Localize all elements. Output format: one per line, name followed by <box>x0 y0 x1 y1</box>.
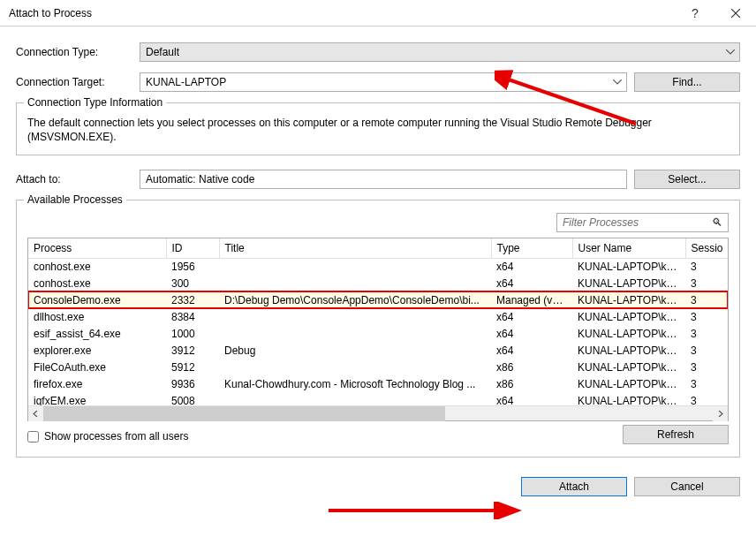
cancel-button[interactable]: Cancel <box>634 477 740 496</box>
search-icon: 🔍︎ <box>712 216 722 229</box>
col-title[interactable]: Title <box>219 238 491 258</box>
cell-type: x86 <box>491 375 572 392</box>
col-session[interactable]: Sessio <box>685 238 728 258</box>
cell-id: 1000 <box>166 325 219 342</box>
cell-id: 9936 <box>166 375 219 392</box>
table-row[interactable]: dllhost.exe8384x64KUNAL-LAPTOP\kunal3 <box>28 308 728 325</box>
show-all-users-checkbox[interactable] <box>27 431 39 442</box>
cell-process: ConsoleDemo.exe <box>28 291 166 308</box>
cell-title <box>219 275 491 291</box>
cell-process: firefox.exe <box>28 375 166 392</box>
cell-type: x64 <box>491 275 572 291</box>
cell-id: 2332 <box>166 291 219 308</box>
table-row[interactable]: conhost.exe1956x64KUNAL-LAPTOP\kunal3 <box>28 258 728 275</box>
connection-type-info-text: The default connection lets you select p… <box>27 116 729 144</box>
cell-session: 3 <box>685 275 728 291</box>
available-processes-title: Available Processes <box>24 193 126 206</box>
cell-session: 3 <box>685 359 728 375</box>
attach-to-value: Automatic: Native code <box>146 173 254 185</box>
cell-username: KUNAL-LAPTOP\kunal <box>572 375 685 392</box>
connection-target-label: Connection Target: <box>16 76 140 88</box>
chevron-down-icon <box>612 77 623 87</box>
col-type[interactable]: Type <box>491 238 572 258</box>
connection-target-value: KUNAL-LAPTOP <box>146 76 226 88</box>
close-button[interactable] <box>715 0 756 26</box>
chevron-down-icon <box>725 47 736 57</box>
select-button[interactable]: Select... <box>634 170 740 189</box>
cell-process: conhost.exe <box>28 258 166 275</box>
process-list[interactable]: ▲ Process ID Title Type User Name Sessio <box>27 238 729 421</box>
table-row[interactable]: firefox.exe9936Kunal-Chowdhury.com - Mic… <box>28 375 728 392</box>
attach-to-display: Automatic: Native code <box>140 170 627 189</box>
cell-id: 8384 <box>166 308 219 325</box>
cell-type: x64 <box>491 342 572 359</box>
filter-processes-input[interactable]: Filter Processes 🔍︎ <box>556 213 729 232</box>
cell-id: 3912 <box>166 342 219 359</box>
table-row[interactable]: conhost.exe300x64KUNAL-LAPTOP\kunal3 <box>28 275 728 291</box>
cell-title <box>219 325 491 342</box>
show-all-users-label: Show processes from all users <box>44 430 188 442</box>
cell-type: x86 <box>491 359 572 375</box>
connection-type-label: Connection Type: <box>16 46 140 58</box>
cell-id: 300 <box>166 275 219 291</box>
connection-type-info-title: Connection Type Information <box>24 96 166 109</box>
cell-process: FileCoAuth.exe <box>28 359 166 375</box>
window-title: Attach to Process <box>9 7 675 19</box>
connection-type-combo[interactable]: Default <box>140 42 740 62</box>
cell-username: KUNAL-LAPTOP\kunal <box>572 275 685 291</box>
cell-id: 5008 <box>166 392 219 405</box>
col-id[interactable]: ID <box>166 238 219 258</box>
cell-title: Kunal-Chowdhury.com - Microsoft Technolo… <box>219 375 491 392</box>
cell-title <box>219 359 491 375</box>
cell-process: explorer.exe <box>28 342 166 359</box>
table-row[interactable]: FileCoAuth.exe5912x86KUNAL-LAPTOP\kunal3 <box>28 359 728 375</box>
svg-line-1 <box>731 9 740 18</box>
help-button[interactable]: ? <box>675 0 715 26</box>
cell-session: 3 <box>685 392 728 405</box>
cell-username: KUNAL-LAPTOP\kunal <box>572 359 685 375</box>
cell-session: 3 <box>685 375 728 392</box>
cell-type: x64 <box>491 308 572 325</box>
connection-type-value: Default <box>146 46 179 58</box>
cell-session: 3 <box>685 291 728 308</box>
table-row[interactable]: esif_assist_64.exe1000x64KUNAL-LAPTOP\ku… <box>28 325 728 342</box>
scroll-right-icon[interactable] <box>713 406 728 421</box>
cell-process: conhost.exe <box>28 275 166 291</box>
cell-username: KUNAL-LAPTOP\kunal <box>572 291 685 308</box>
col-username[interactable]: User Name <box>572 238 685 258</box>
cell-type: x64 <box>491 392 572 405</box>
table-row[interactable]: explorer.exe3912Debugx64KUNAL-LAPTOP\kun… <box>28 342 728 359</box>
col-process[interactable]: Process <box>28 238 166 258</box>
refresh-button[interactable]: Refresh <box>623 425 729 444</box>
cell-username: KUNAL-LAPTOP\kunal <box>572 308 685 325</box>
table-row[interactable]: igfxEM.exe5008x64KUNAL-LAPTOP\kunal3 <box>28 392 728 405</box>
svg-line-0 <box>731 9 740 18</box>
cell-title <box>219 392 491 405</box>
horizontal-scrollbar[interactable] <box>28 405 728 420</box>
cell-id: 5912 <box>166 359 219 375</box>
scrollbar-thumb[interactable] <box>43 406 445 421</box>
connection-type-info-group: Connection Type Information The default … <box>16 102 740 155</box>
cell-type: x64 <box>491 258 572 275</box>
connection-target-combo[interactable]: KUNAL-LAPTOP <box>140 72 627 92</box>
attach-button[interactable]: Attach <box>521 477 627 496</box>
cell-title <box>219 308 491 325</box>
cell-process: esif_assist_64.exe <box>28 325 166 342</box>
cell-username: KUNAL-LAPTOP\kunal <box>572 258 685 275</box>
cell-process: igfxEM.exe <box>28 392 166 405</box>
attach-to-label: Attach to: <box>16 173 140 185</box>
filter-placeholder: Filter Processes <box>563 216 639 229</box>
cell-type: x64 <box>491 325 572 342</box>
cell-type: Managed (v4.... <box>491 291 572 308</box>
cell-username: KUNAL-LAPTOP\kunal <box>572 342 685 359</box>
scroll-left-icon[interactable] <box>28 406 43 421</box>
cell-process: dllhost.exe <box>28 308 166 325</box>
table-header-row[interactable]: Process ID Title Type User Name Sessio <box>28 238 728 258</box>
cell-session: 3 <box>685 342 728 359</box>
available-processes-group: Available Processes Filter Processes 🔍︎ … <box>16 200 740 458</box>
find-button[interactable]: Find... <box>634 72 740 92</box>
table-row[interactable]: ConsoleDemo.exe2332D:\Debug Demo\Console… <box>28 291 728 308</box>
cell-username: KUNAL-LAPTOP\kunal <box>572 325 685 342</box>
cell-username: KUNAL-LAPTOP\kunal <box>572 392 685 405</box>
cell-session: 3 <box>685 325 728 342</box>
